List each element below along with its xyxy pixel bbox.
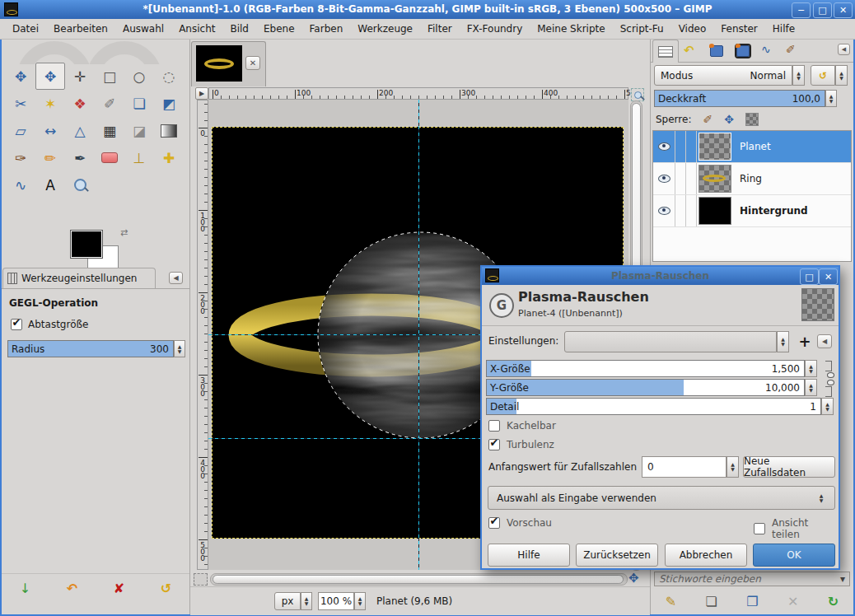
fuzzy-select-tool[interactable]: ✶ bbox=[35, 90, 65, 117]
radius-slider[interactable]: Radius 300 bbox=[7, 340, 174, 357]
new-seed-button[interactable]: Neue Zufallsdaten bbox=[743, 456, 835, 478]
radius-spinner[interactable]: ▲▼ bbox=[174, 340, 185, 357]
handle-transform-tool[interactable]: △ bbox=[65, 117, 95, 144]
menu-bild[interactable]: Bild bbox=[222, 19, 256, 40]
layer-row-planet[interactable]: Planet bbox=[653, 131, 851, 163]
image-tab-close-icon[interactable]: ✕ bbox=[245, 56, 260, 70]
add-preset-button[interactable]: + bbox=[796, 331, 814, 351]
menu-ebene[interactable]: Ebene bbox=[256, 19, 302, 40]
move-tool-active[interactable]: ✥ bbox=[35, 63, 65, 90]
bucket-fill-tool[interactable]: ◪ bbox=[124, 117, 154, 144]
sample-size-checkbox[interactable]: ✔ bbox=[11, 319, 22, 330]
layer-name[interactable]: Hintergrund bbox=[740, 205, 808, 217]
menu-ansicht[interactable]: Ansicht bbox=[171, 19, 222, 40]
presets-select[interactable] bbox=[564, 331, 777, 352]
xy-chain-icon[interactable] bbox=[825, 361, 833, 397]
foreground-color-swatch[interactable] bbox=[71, 231, 102, 258]
scale-tool[interactable]: ◩ bbox=[154, 90, 184, 117]
image-tab[interactable]: ✕ bbox=[191, 41, 266, 86]
select-by-color-tool[interactable]: ❖ bbox=[65, 90, 95, 117]
preview-checkbox[interactable]: ✔ bbox=[488, 517, 500, 529]
lock-pixels-icon[interactable]: ✐ bbox=[703, 113, 712, 126]
paths-tool[interactable]: ∿ bbox=[6, 171, 35, 198]
dialog-close-button[interactable]: ✕ bbox=[819, 268, 838, 285]
visibility-eye-icon[interactable] bbox=[658, 175, 670, 183]
zoom-follow-icon[interactable] bbox=[631, 88, 644, 101]
gradient-tool[interactable] bbox=[154, 117, 184, 144]
delete-brush-icon[interactable]: ✕ bbox=[787, 594, 798, 609]
menu-werkzeuge[interactable]: Werkzeuge bbox=[350, 19, 420, 40]
ellipse-select-tool[interactable]: ○ bbox=[124, 63, 154, 90]
restore-preset-icon[interactable]: ↶ bbox=[67, 581, 77, 596]
unified-transform-tool[interactable]: ❏ bbox=[124, 90, 154, 117]
duplicate-brush-icon[interactable]: ❐ bbox=[746, 594, 758, 609]
menu-meine-skripte[interactable]: Meine Skripte bbox=[530, 19, 612, 40]
turbulent-checkbox[interactable]: ✔ bbox=[488, 439, 500, 450]
close-button[interactable]: ✕ bbox=[834, 2, 853, 18]
pencil-tool[interactable]: ✏ bbox=[35, 144, 65, 171]
mode-switch-button[interactable]: ↺ bbox=[811, 65, 835, 86]
heal-tool[interactable]: ✚ bbox=[154, 144, 184, 171]
reset-tool-icon[interactable]: ↺ bbox=[161, 581, 171, 596]
split-view-row[interactable]: ✔ Ansicht teilen bbox=[754, 517, 839, 540]
unit-spinner[interactable]: ▲▼ bbox=[301, 592, 312, 610]
slider-y-gr-e[interactable]: Y-Größe10,000 bbox=[486, 379, 805, 396]
dialog-titlebar[interactable]: Plasma-Rauschen □ ✕ bbox=[482, 267, 839, 285]
input-source-select[interactable]: Auswahl als Eingabe verwenden ▲▼ bbox=[488, 486, 835, 510]
navigation-icon[interactable]: ✥ bbox=[628, 571, 639, 586]
visibility-eye-icon[interactable] bbox=[658, 207, 670, 215]
rect-select-tool[interactable]: □ bbox=[95, 63, 124, 90]
tags-input[interactable]: Stichworte eingeben ▾ bbox=[654, 572, 850, 586]
horizontal-scrollbar[interactable] bbox=[210, 573, 628, 586]
slider-detail[interactable]: Detail1 bbox=[486, 398, 821, 415]
layer-name[interactable]: Planet bbox=[740, 141, 771, 152]
new-brush-icon[interactable]: ❏ bbox=[706, 594, 717, 609]
paintbrush-tool[interactable]: ✑ bbox=[6, 144, 35, 171]
maximize-button[interactable]: □ bbox=[813, 2, 832, 18]
mode-switch-spinner[interactable]: ▲▼ bbox=[835, 65, 848, 86]
menu-fenster[interactable]: Fenster bbox=[713, 19, 765, 40]
alignment-tool[interactable]: ✛ bbox=[65, 63, 95, 90]
slider-x-gr-e[interactable]: X-Größe1,500 bbox=[486, 360, 805, 377]
preview-row[interactable]: ✔ Vorschau bbox=[488, 517, 552, 529]
menu-video[interactable]: Video bbox=[671, 19, 714, 40]
horizontal-ruler[interactable]: 01002003004005 bbox=[208, 87, 628, 100]
lock-alpha-icon[interactable] bbox=[745, 113, 759, 126]
zoom-input[interactable]: 100 % bbox=[318, 592, 354, 610]
menu-fx-foundry[interactable]: FX-Foundry bbox=[460, 19, 530, 40]
preset-menu-button[interactable]: ◀ bbox=[817, 334, 832, 348]
layer-name[interactable]: Ring bbox=[740, 173, 762, 184]
layer-thumbnail[interactable] bbox=[698, 197, 731, 225]
layer-thumbnail[interactable] bbox=[698, 165, 731, 193]
slider-spinner[interactable]: ▲▼ bbox=[805, 379, 817, 396]
opacity-spinner[interactable]: ▲▼ bbox=[825, 90, 837, 107]
menu-bearbeiten[interactable]: Bearbeiten bbox=[46, 19, 115, 40]
menu-auswahl[interactable]: Auswahl bbox=[115, 19, 171, 40]
opacity-slider[interactable]: Deckkraft 100,0 bbox=[654, 90, 825, 107]
free-select-tool[interactable]: ◌ bbox=[154, 63, 184, 90]
ink-tool[interactable]: ✒ bbox=[65, 144, 95, 171]
menu-datei[interactable]: Datei bbox=[5, 19, 46, 40]
sample-size-row[interactable]: ✔ Abtastgröße bbox=[11, 319, 88, 330]
seed-spinner[interactable]: ▲▼ bbox=[727, 456, 739, 478]
reset-button[interactable]: Zurücksetzen bbox=[576, 544, 658, 567]
knife-tool[interactable]: ✐ bbox=[95, 90, 124, 117]
menu-script-fu[interactable]: Script-Fu bbox=[613, 19, 671, 40]
vertical-ruler[interactable]: 0100200300400500 bbox=[197, 100, 208, 570]
turbulent-row[interactable]: ✔ Turbulenz bbox=[488, 439, 554, 450]
help-button[interactable]: Hilfe bbox=[488, 544, 570, 567]
titlebar[interactable]: *[Unbenannt]-1.0 (RGB-Farben 8-Bit-Gamma… bbox=[0, 0, 855, 19]
layer-thumbnail[interactable] bbox=[698, 133, 731, 161]
warp-tool[interactable]: ▦ bbox=[95, 117, 124, 144]
dock-collapse-button[interactable]: ◀ bbox=[169, 272, 183, 284]
cancel-button[interactable]: Abbrechen bbox=[665, 544, 747, 567]
ok-button[interactable]: OK bbox=[753, 544, 835, 567]
layer-row-hintergrund[interactable]: Hintergrund bbox=[653, 195, 851, 227]
blend-mode-select[interactable]: Modus Normal bbox=[654, 65, 792, 86]
mode-spinner[interactable]: ▲▼ bbox=[792, 65, 805, 86]
swap-colors-icon[interactable]: ⇄ bbox=[120, 227, 128, 238]
menu-hilfe[interactable]: Hilfe bbox=[765, 19, 802, 40]
perspective-tool[interactable]: ▱ bbox=[6, 117, 35, 144]
seed-input[interactable]: 0 bbox=[642, 456, 727, 478]
menu-filter[interactable]: Filter bbox=[420, 19, 460, 40]
